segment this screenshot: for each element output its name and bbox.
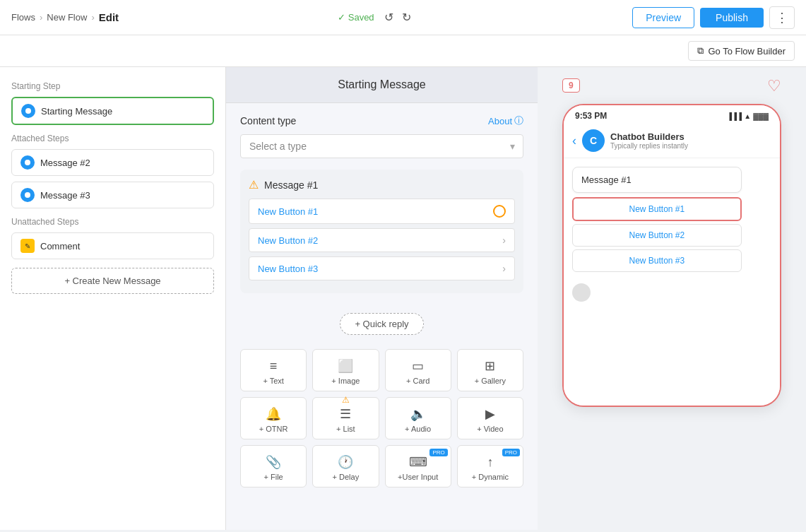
breadcrumb-flows[interactable]: Flows (11, 12, 35, 23)
button1-circle-icon (493, 205, 506, 218)
list-warn-icon: ⚠ (342, 395, 350, 405)
sidebar-item-starting-message[interactable]: Starting Message (11, 97, 214, 125)
button3-chevron-icon: › (502, 263, 506, 274)
button-row-2[interactable]: New Button #2 › (249, 228, 515, 252)
phone-frame: 9:53 PM ▐▐▐ ▲ ▓▓▓ ‹ C Chatbot Builders T… (562, 104, 781, 407)
dynamic-icon: ↑ (487, 455, 493, 470)
add-image-button[interactable]: ⬜ + Image (312, 349, 379, 391)
phone-button-2[interactable]: New Button #2 (572, 224, 742, 247)
chat-name: Chatbot Builders (610, 131, 771, 142)
breadcrumb-sep2: › (91, 12, 94, 23)
message-title: Message #1 (264, 179, 318, 191)
phone-button-3[interactable]: New Button #3 (572, 249, 742, 272)
quick-reply-button[interactable]: + Quick reply (340, 313, 423, 335)
phone-status-icons: ▐▐▐ ▲ ▓▓▓ (727, 112, 769, 120)
warning-icon: ⚠ (249, 178, 259, 191)
file-icon: 📎 (266, 454, 281, 470)
text-label: + Text (263, 377, 283, 385)
heart-button[interactable]: ♡ (767, 77, 781, 95)
phone-chat-header: ‹ C Chatbot Builders Typically replies i… (564, 124, 780, 158)
phone-messages: Message #1 New Button #1 New Button #2 N… (564, 158, 780, 406)
sidebar-item-message3[interactable]: Message #3 (11, 182, 214, 208)
audio-label: + Audio (405, 425, 431, 433)
breadcrumb-new-flow[interactable]: New Flow (47, 12, 87, 23)
flow-builder-button[interactable]: ⧉ Go To Flow Builder (688, 41, 795, 61)
back-button[interactable]: ‹ (572, 134, 576, 148)
info-icon: ⓘ (514, 114, 523, 127)
preview-button[interactable]: Preview (632, 7, 694, 28)
message-block: ⚠ Message #1 New Button #1 New Button #2… (240, 170, 523, 293)
right-panel: 9 ♡ 9:53 PM ▐▐▐ ▲ ▓▓▓ ‹ C Chatbot Builde… (538, 67, 806, 530)
topbar-center: ✓ Saved ↺ ↻ (119, 8, 632, 27)
delay-icon: 🕐 (338, 454, 353, 470)
video-icon: ▶ (485, 406, 495, 422)
add-delay-button[interactable]: 🕐 + Delay (312, 445, 379, 487)
chat-status: Typically replies instantly (610, 142, 771, 150)
sidebar: Starting Step Starting Message Attached … (0, 67, 226, 530)
message-block-header: ⚠ Message #1 (249, 178, 515, 191)
gallery-icon: ⊞ (485, 358, 495, 374)
about-link[interactable]: About ⓘ (488, 114, 523, 127)
topbar-actions: Preview Publish ⋮ (632, 6, 795, 29)
button2-label: New Button #2 (258, 235, 318, 246)
add-user-input-button[interactable]: PRO ⌨ +User Input (385, 445, 451, 487)
chat-avatar: C (582, 129, 605, 152)
more-options-button[interactable]: ⋮ (769, 6, 795, 29)
main-layout: Starting Step Starting Message Attached … (0, 67, 806, 530)
center-panel: Starting Message Content type About ⓘ Se… (226, 67, 538, 530)
create-new-message-button[interactable]: + Create New Message (11, 268, 214, 294)
add-card-button[interactable]: ▭ + Card (385, 349, 451, 391)
select-type-dropdown[interactable]: Select a type (240, 134, 523, 158)
add-dynamic-button[interactable]: PRO ↑ + Dynamic (457, 445, 523, 487)
add-otnr-button[interactable]: 🔔 + OTNR (240, 397, 307, 439)
content-area: Content type About ⓘ Select a type ⚠ Mes… (226, 103, 538, 499)
add-audio-button[interactable]: 🔈 + Audio (385, 397, 451, 439)
phone-time: 9:53 PM (575, 111, 607, 121)
publish-button[interactable]: Publish (700, 8, 764, 28)
user-input-pro-badge: PRO (429, 449, 447, 456)
wifi-icon: ▲ (744, 112, 751, 120)
add-video-button[interactable]: ▶ + Video (457, 397, 523, 439)
chat-info: Chatbot Builders Typically replies insta… (610, 131, 771, 150)
svg-point-2 (25, 192, 30, 198)
card-icon: ▭ (412, 358, 424, 374)
topbar: Flows › New Flow › Edit ✓ Saved ↺ ↻ Prev… (0, 0, 806, 35)
starting-message-icon (21, 104, 35, 118)
add-text-button[interactable]: ≡ + Text (240, 349, 307, 391)
breadcrumb-sep1: › (40, 12, 42, 23)
message2-icon (20, 155, 35, 170)
starting-message-label: Starting Message (41, 106, 112, 117)
starting-step-title: Starting Step (11, 81, 214, 91)
undo-button[interactable]: ↺ (381, 8, 396, 27)
phone-badge: 9 (562, 78, 580, 93)
list-label: + List (336, 425, 355, 433)
button2-chevron-icon: › (502, 235, 506, 246)
phone-status-bar: 9:53 PM ▐▐▐ ▲ ▓▓▓ (564, 105, 780, 124)
button-row-3[interactable]: New Button #3 › (249, 256, 515, 280)
video-label: + Video (477, 425, 503, 433)
redo-button[interactable]: ↻ (399, 8, 414, 27)
content-type-label: Content type (240, 115, 296, 126)
add-file-button[interactable]: 📎 + File (240, 445, 307, 487)
saved-status: ✓ Saved (338, 12, 374, 23)
content-type-row: Content type About ⓘ (240, 114, 523, 127)
svg-point-1 (25, 160, 30, 165)
user-avatar (572, 283, 591, 302)
card-label: + Card (406, 377, 429, 385)
add-list-button[interactable]: ⚠ ☰ + List (312, 397, 379, 439)
breadcrumb: Flows › New Flow › Edit (11, 11, 119, 23)
flow-builder-icon: ⧉ (697, 45, 704, 57)
button-row-1[interactable]: New Button #1 (249, 199, 515, 224)
user-input-icon: ⌨ (409, 454, 427, 470)
image-icon: ⬜ (338, 358, 353, 374)
sidebar-item-comment[interactable]: ✎ Comment (11, 232, 214, 259)
otnr-label: + OTNR (259, 425, 288, 433)
add-gallery-button[interactable]: ⊞ + Gallery (457, 349, 523, 391)
file-label: + File (264, 473, 283, 481)
phone-button-1[interactable]: New Button #1 (572, 197, 742, 221)
sidebar-item-message2[interactable]: Message #2 (11, 149, 214, 176)
battery-icon: ▓▓▓ (753, 112, 769, 120)
unattached-title: Unattached Steps (11, 217, 214, 227)
message3-icon (20, 188, 35, 202)
dynamic-label: + Dynamic (472, 473, 509, 481)
